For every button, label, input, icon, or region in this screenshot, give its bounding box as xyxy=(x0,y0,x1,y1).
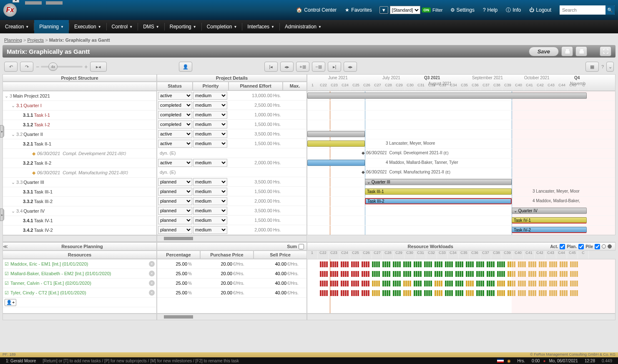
add-resource-button[interactable]: 👤+ xyxy=(3,298,156,307)
bar-task-iii-2[interactable]: Task III-2 xyxy=(365,198,512,204)
settings-link[interactable]: ⚙Settings xyxy=(450,7,475,13)
left-panel-toggle-2[interactable]: ▸ xyxy=(0,208,4,221)
gantt-body[interactable]: 3 Lancaster, Meyer, Moore ◆ 06/30/2021 C… xyxy=(307,91,615,235)
zoom-out-icon[interactable]: − xyxy=(36,63,39,70)
check-icon[interactable]: ☑ xyxy=(5,290,9,296)
resource-row[interactable]: ☑Tyler, Cindy - CT2 [Ext.] (01/01/2020)× xyxy=(3,288,156,298)
favorites-link[interactable]: ★Favorites xyxy=(345,7,372,13)
tree-row[interactable]: 3.2.1 Task II-1 xyxy=(3,139,156,149)
effort-col-header[interactable]: Planned Effort xyxy=(229,82,283,90)
priority-select[interactable]: medium xyxy=(193,226,227,234)
tree-body[interactable]: ⌄ 3 Main Project 2021⌄ 3.1 Quarter I 3.1… xyxy=(3,91,157,235)
nav-completion[interactable]: Completion▼ xyxy=(202,20,242,33)
priority-select[interactable]: medium xyxy=(193,120,227,128)
resources-col[interactable]: Resources xyxy=(3,251,157,259)
nav-execution[interactable]: Execution▼ xyxy=(69,20,106,33)
check-icon[interactable]: ☑ xyxy=(5,281,9,286)
zoom-in-icon[interactable]: + xyxy=(84,63,88,70)
compact-button[interactable]: ◂▸ xyxy=(344,62,357,72)
pile-checkbox[interactable] xyxy=(595,244,600,249)
user-button[interactable]: 👤 xyxy=(179,62,192,72)
resource-row[interactable]: ☑Tanner, Calvin - CT1 [Ext.] (02/01/2020… xyxy=(3,279,156,288)
fullscreen-button[interactable]: ⛶ xyxy=(600,46,611,56)
priority-select[interactable]: medium xyxy=(193,178,227,186)
bar-q3[interactable]: ⌄ Quarter III xyxy=(365,179,512,185)
purchase-col[interactable]: Purchase Price xyxy=(200,251,254,259)
logout-link[interactable]: ⏻Logout xyxy=(529,7,551,13)
priority-select[interactable]: medium xyxy=(193,111,227,119)
status-select[interactable]: planned xyxy=(158,207,192,215)
priority-select[interactable]: medium xyxy=(193,197,227,205)
status-col-header[interactable]: Status xyxy=(157,82,193,90)
tree-row[interactable]: ◆06/30/2021 Compl. Manufacturing 2021-II… xyxy=(3,168,156,178)
remove-resource-button[interactable]: × xyxy=(149,271,155,276)
sum-checkbox[interactable] xyxy=(299,244,304,249)
nav-administration[interactable]: Administration▼ xyxy=(280,20,327,33)
barcode-button[interactable]: ▦ xyxy=(585,62,599,72)
check-icon[interactable]: ☑ xyxy=(5,271,9,276)
bar-task-iv-2[interactable]: Task IV-2 xyxy=(512,227,587,233)
status-select[interactable]: planned xyxy=(158,188,192,196)
remove-col-button[interactable]: −⊞ xyxy=(312,62,325,72)
priority-select[interactable]: medium xyxy=(193,140,227,148)
flag-icon[interactable] xyxy=(497,359,504,363)
status-select[interactable]: planned xyxy=(158,216,192,224)
bar-main-project[interactable] xyxy=(307,93,587,99)
status-select[interactable]: active xyxy=(158,92,192,100)
remove-resource-button[interactable]: × xyxy=(149,280,155,286)
nav-interfaces[interactable]: Interfaces▼ xyxy=(242,20,279,33)
tree-row[interactable]: 3.4.1 Task IV-1 xyxy=(3,216,156,226)
tree-row[interactable]: 3.4.2 Task IV-2 xyxy=(3,226,156,235)
bar-task-iv-1[interactable]: Task IV-1 xyxy=(512,217,587,223)
resource-row[interactable]: ☑Mallard-Baker, Elizabeth - EM2 [Int.] (… xyxy=(3,269,156,279)
zoom-slider[interactable]: − 4x + xyxy=(36,63,88,70)
add-col-button[interactable]: +⊞ xyxy=(296,62,309,72)
priority-select[interactable]: medium xyxy=(193,92,227,100)
max-col-header[interactable]: Max. xyxy=(283,82,307,90)
tree-row[interactable]: 3.3.1 Task III-1 xyxy=(3,187,156,197)
tree-row[interactable]: ⌄ 3.3 Quarter III xyxy=(3,178,156,187)
status-select[interactable]: active xyxy=(158,130,192,138)
check-icon[interactable]: ☑ xyxy=(5,261,9,267)
priority-select[interactable]: medium xyxy=(193,159,227,167)
print-alt-button[interactable]: 🖶 xyxy=(575,46,587,56)
priority-select[interactable]: medium xyxy=(193,130,227,138)
filter-on-badge[interactable]: ON xyxy=(422,8,431,13)
priority-select[interactable]: medium xyxy=(193,207,227,215)
milestone-dev[interactable]: ◆ 06/30/2021 Compl. Development 2021-II … xyxy=(362,151,448,155)
bar-q4[interactable]: ⌄ Quarter IV xyxy=(512,208,587,214)
redo-button[interactable]: ↷ xyxy=(20,62,33,72)
tree-row[interactable]: 3.1.2 Task I-2 xyxy=(3,120,156,130)
pct-col[interactable]: Percentage xyxy=(157,251,200,259)
nav-planning[interactable]: Planning▼ xyxy=(34,20,69,33)
search-button[interactable]: 🔍 xyxy=(605,5,615,15)
resource-row[interactable]: ☑Maddox, Eric - EM1 [Int.] (01/01/2020)× xyxy=(3,259,156,269)
priority-select[interactable]: medium xyxy=(193,216,227,224)
print-button[interactable]: 🖶 xyxy=(561,46,573,56)
priority-col-header[interactable]: Priority xyxy=(193,82,229,90)
tree-row[interactable]: ◆06/30/2021 Compl. Development 2021-II (… xyxy=(3,149,156,158)
priority-select[interactable]: medium xyxy=(193,101,227,109)
color-icon[interactable]: ◉ xyxy=(507,359,511,363)
undo-button[interactable]: ↶ xyxy=(4,62,18,72)
funnel-icon[interactable]: ▼ xyxy=(379,6,388,14)
status-select[interactable]: completed xyxy=(158,120,192,128)
tree-row[interactable]: 3.1.1 Task I-1 xyxy=(3,110,156,120)
app-logo[interactable]: Fx xyxy=(3,3,17,17)
status-select[interactable]: active xyxy=(158,159,192,167)
view-option-2[interactable] xyxy=(608,244,612,249)
bar-task-ii-1[interactable] xyxy=(307,141,365,147)
status-select[interactable]: planned xyxy=(158,197,192,205)
status-select[interactable]: completed xyxy=(158,111,192,119)
search-input[interactable] xyxy=(560,5,605,15)
expand-up-button[interactable]: ▴ xyxy=(13,0,19,3)
save-button[interactable]: Save xyxy=(529,47,559,56)
remove-resource-button[interactable]: × xyxy=(149,261,155,267)
control-center-link[interactable]: 🏠Control Center xyxy=(296,7,337,13)
info-link[interactable]: ⓘInfo xyxy=(506,7,521,14)
breadcrumb-projects[interactable]: Projects xyxy=(27,38,44,43)
zoom-thumb[interactable]: 4x xyxy=(48,63,58,71)
bar-task-ii-2[interactable] xyxy=(307,160,365,166)
act-checkbox[interactable] xyxy=(560,244,565,249)
bar-q2[interactable] xyxy=(307,131,365,137)
